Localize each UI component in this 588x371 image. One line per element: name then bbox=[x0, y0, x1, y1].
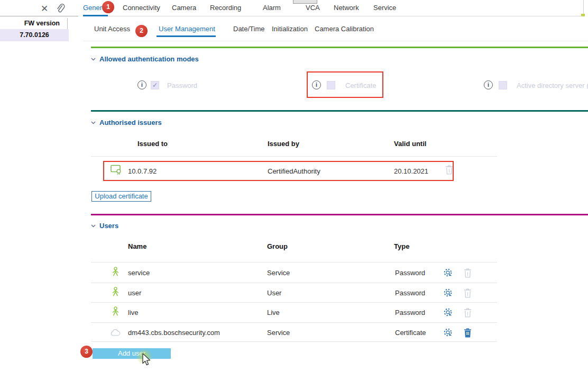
column-header-type: Type bbox=[394, 242, 409, 250]
user-type: Password bbox=[395, 309, 425, 316]
chevron-down-icon bbox=[91, 118, 96, 126]
edit-settings-icon[interactable] bbox=[443, 328, 453, 339]
user-group: Service bbox=[267, 269, 290, 277]
trash-icon bbox=[464, 288, 472, 300]
section-separator-green bbox=[91, 47, 588, 48]
table-row-divider bbox=[91, 302, 497, 303]
column-divider bbox=[67, 18, 68, 29]
users-section-header[interactable]: Users bbox=[91, 222, 118, 230]
edit-settings-icon[interactable] bbox=[443, 288, 453, 300]
annotation-rect-certificate bbox=[307, 71, 383, 98]
column-header-valid-until: Valid until bbox=[394, 140, 426, 148]
section-separator-magenta bbox=[91, 214, 588, 215]
table-row-divider bbox=[91, 283, 497, 283]
paperclip-icon[interactable] bbox=[55, 3, 66, 16]
tab-alarm[interactable]: Alarm bbox=[263, 4, 281, 12]
user-icon bbox=[111, 287, 120, 298]
subtab-camera-calibration[interactable]: Camera Calibration bbox=[315, 25, 374, 33]
chevron-down-icon bbox=[91, 221, 96, 229]
annotation-badge-1: 1 bbox=[102, 1, 114, 13]
subtab-date-time[interactable]: Date/Time bbox=[233, 25, 264, 33]
close-icon[interactable]: ✕ bbox=[41, 3, 48, 14]
trash-icon[interactable] bbox=[464, 328, 472, 340]
tabbar-bottom-border bbox=[83, 16, 583, 16]
tab-recording[interactable]: Recording bbox=[210, 4, 241, 12]
selected-tab-underline bbox=[83, 15, 108, 16]
trash-icon bbox=[464, 307, 472, 320]
edit-settings-icon[interactable] bbox=[443, 268, 453, 279]
user-group: User bbox=[267, 289, 281, 297]
fw-version-value: 7.70.0126 bbox=[0, 29, 69, 41]
selected-subtab-underline bbox=[157, 35, 216, 37]
checkmark-icon: ✓ bbox=[151, 82, 159, 89]
user-group: Service bbox=[267, 329, 290, 337]
info-icon[interactable]: i bbox=[137, 80, 146, 89]
mouse-cursor bbox=[139, 352, 152, 369]
user-name: service bbox=[128, 269, 150, 277]
column-header-name: Name bbox=[128, 242, 146, 250]
active-directory-checkbox[interactable] bbox=[499, 81, 507, 89]
section-separator-teal bbox=[91, 110, 588, 112]
subtab-unit-access[interactable]: Unit Access bbox=[94, 25, 130, 33]
user-icon bbox=[111, 267, 120, 278]
column-header-group: Group bbox=[267, 242, 288, 250]
user-name: live bbox=[128, 309, 139, 316]
cloud-icon bbox=[111, 329, 121, 338]
column-header-issued-by: Issued by bbox=[268, 140, 299, 148]
add-user-button[interactable]: Add user bbox=[93, 348, 171, 359]
annotation-rect-issuer-row bbox=[103, 161, 454, 181]
user-type: Password bbox=[395, 289, 425, 297]
device-configuration-screen: ✕ FW version 7.70.0126 General Connectiv… bbox=[0, 0, 588, 371]
chevron-down-icon bbox=[91, 55, 96, 62]
column-header-issued-to: Issued to bbox=[137, 140, 168, 148]
user-name: dm443.cbs.boschsecurity.com bbox=[128, 329, 220, 337]
cropped-widget-fragment bbox=[293, 0, 317, 4]
tab-camera[interactable]: Camera bbox=[172, 4, 196, 12]
table-row-divider bbox=[91, 262, 497, 263]
subtab-bottom-border bbox=[83, 41, 588, 41]
upload-certificate-button[interactable]: Upload certificate bbox=[91, 191, 151, 202]
tab-connectivity[interactable]: Connectivity bbox=[123, 4, 160, 12]
user-name: user bbox=[128, 289, 141, 297]
edit-settings-icon[interactable] bbox=[443, 307, 453, 319]
table-row-divider bbox=[91, 156, 497, 157]
tab-vca[interactable]: VCA bbox=[306, 4, 320, 12]
tab-network[interactable]: Network bbox=[334, 4, 359, 12]
annotation-badge-3: 3 bbox=[80, 346, 93, 358]
user-type: Certificate bbox=[395, 329, 426, 337]
left-panel-top-border bbox=[0, 16, 78, 16]
subtab-user-management[interactable]: User Management bbox=[159, 25, 215, 33]
active-directory-option-label: Active directory server (AD bbox=[517, 82, 588, 89]
password-checkbox[interactable]: ✓ bbox=[151, 81, 159, 89]
section-title: Authorised issuers bbox=[99, 119, 162, 126]
trash-icon bbox=[464, 268, 472, 280]
annotation-badge-2: 2 bbox=[135, 25, 148, 37]
password-option-label: Password bbox=[167, 82, 197, 89]
table-row-divider bbox=[91, 341, 497, 342]
user-group: Live bbox=[267, 309, 280, 316]
subtab-initialization[interactable]: Initialization bbox=[272, 25, 308, 33]
tab-service[interactable]: Service bbox=[373, 4, 396, 12]
info-icon[interactable]: i bbox=[484, 80, 493, 89]
table-row-divider bbox=[91, 322, 497, 323]
section-title: Users bbox=[99, 222, 118, 230]
section-title: Allowed authentication modes bbox=[99, 55, 199, 63]
auth-modes-section-header[interactable]: Allowed authentication modes bbox=[91, 55, 199, 63]
user-type: Password bbox=[395, 269, 425, 277]
panel-right-tick bbox=[581, 14, 585, 16]
authorised-issuers-section-header[interactable]: Authorised issuers bbox=[91, 119, 162, 126]
user-icon bbox=[111, 306, 120, 318]
fw-version-column-header: FW version bbox=[0, 20, 60, 27]
